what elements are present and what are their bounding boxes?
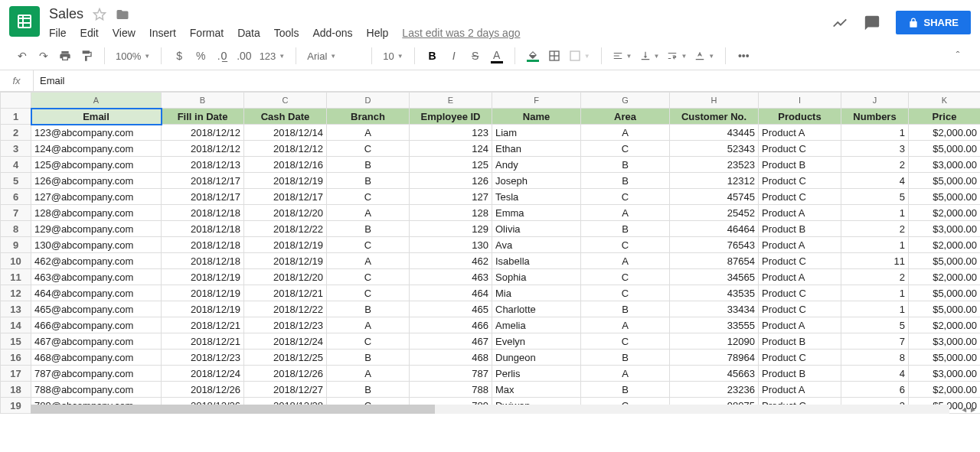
menu-format[interactable]: Format <box>190 27 224 39</box>
cell[interactable]: $5,000.00 <box>909 141 981 157</box>
menu-help[interactable]: Help <box>367 27 389 39</box>
cell[interactable]: B <box>327 382 410 398</box>
cell[interactable]: $2,000.00 <box>909 269 981 285</box>
cell[interactable]: 2018/12/23 <box>162 350 244 366</box>
row-header[interactable]: 12 <box>1 285 31 301</box>
column-header-H[interactable]: H <box>670 93 759 109</box>
header-cell[interactable]: Products <box>759 109 841 125</box>
header-cell[interactable]: Cash Date <box>244 109 327 125</box>
cell[interactable]: 129 <box>410 221 492 237</box>
cell[interactable]: Product A <box>759 205 841 221</box>
cell[interactable]: Andy <box>492 157 581 173</box>
cell[interactable]: 7 <box>841 333 909 350</box>
cell[interactable]: 2018/12/22 <box>244 301 327 317</box>
cell[interactable]: 46464 <box>670 221 759 237</box>
menu-tools[interactable]: Tools <box>274 27 299 39</box>
explore-icon[interactable] <box>831 15 848 31</box>
column-header-A[interactable]: A <box>31 93 162 109</box>
cell[interactable]: 2018/12/16 <box>244 157 327 173</box>
sheet-nav-prev-icon[interactable]: ◄ <box>960 405 968 414</box>
cell[interactable]: A <box>327 125 410 141</box>
cell[interactable]: B <box>581 157 670 173</box>
formula-input[interactable]: Email <box>34 75 980 86</box>
cell[interactable]: B <box>581 173 670 189</box>
cell[interactable]: 6 <box>841 382 909 398</box>
cell[interactable]: 462 <box>410 253 492 269</box>
cell[interactable]: C <box>327 333 410 350</box>
cell[interactable]: B <box>327 173 410 189</box>
cell[interactable]: 128@abcompany.com <box>31 205 162 221</box>
cell[interactable]: A <box>581 253 670 269</box>
cell[interactable]: 127 <box>410 189 492 205</box>
menu-addons[interactable]: Add-ons <box>312 27 352 39</box>
header-cell[interactable]: Email <box>31 109 162 125</box>
sheet-nav-next-icon[interactable]: ► <box>969 405 977 414</box>
cell[interactable]: Product C <box>759 173 841 189</box>
row-header[interactable]: 11 <box>1 269 31 285</box>
menu-data[interactable]: Data <box>237 27 260 39</box>
cell[interactable]: 2018/12/19 <box>244 237 327 253</box>
cell[interactable]: A <box>327 317 410 333</box>
cell[interactable]: 2018/12/20 <box>244 205 327 221</box>
collapse-toolbar-button[interactable]: ˆ <box>951 47 965 65</box>
cell[interactable]: Max <box>492 382 581 398</box>
more-tools-button[interactable]: ••• <box>737 47 750 65</box>
cell[interactable]: Product A <box>759 237 841 253</box>
undo-button[interactable]: ↶ <box>15 47 29 65</box>
cell[interactable]: B <box>581 350 670 366</box>
cell[interactable]: Amelia <box>492 317 581 333</box>
cell[interactable]: 466 <box>410 317 492 333</box>
cell[interactable]: B <box>327 301 410 317</box>
cell[interactable]: 2018/12/19 <box>162 269 244 285</box>
cell[interactable]: 463@abcompany.com <box>31 269 162 285</box>
header-cell[interactable]: Price <box>909 109 981 125</box>
cell[interactable]: 3 <box>841 141 909 157</box>
cell[interactable]: 2018/12/21 <box>162 317 244 333</box>
cell[interactable]: Liam <box>492 125 581 141</box>
zoom-select[interactable]: 100%▼ <box>116 50 150 62</box>
cell[interactable]: Olivia <box>492 221 581 237</box>
column-header-C[interactable]: C <box>244 93 327 109</box>
cell[interactable]: 125@abcompany.com <box>31 157 162 173</box>
font-size-select[interactable]: 10▼ <box>383 50 403 62</box>
currency-button[interactable]: $ <box>172 47 186 65</box>
column-header-E[interactable]: E <box>410 93 492 109</box>
cell[interactable]: C <box>581 189 670 205</box>
cell[interactable]: Sophia <box>492 269 581 285</box>
cell[interactable]: 2 <box>841 221 909 237</box>
text-rotate-button[interactable]: ▼ <box>694 50 714 61</box>
cell[interactable]: 129@abcompany.com <box>31 221 162 237</box>
cell[interactable]: 34565 <box>670 269 759 285</box>
cell[interactable]: $2,000.00 <box>909 237 981 253</box>
cell[interactable]: 1 <box>841 125 909 141</box>
cell[interactable]: 33555 <box>670 317 759 333</box>
cell[interactable]: 468@abcompany.com <box>31 350 162 366</box>
select-all-corner[interactable] <box>1 93 31 109</box>
cell[interactable]: 466@abcompany.com <box>31 317 162 333</box>
cell[interactable]: 128 <box>410 205 492 221</box>
cell[interactable]: Product B <box>759 157 841 173</box>
cell[interactable]: 467 <box>410 333 492 350</box>
h-align-button[interactable]: ▼ <box>612 50 632 61</box>
header-cell[interactable]: Name <box>492 109 581 125</box>
decrease-decimal-button[interactable]: .0̲ <box>215 47 229 65</box>
cell[interactable]: 2018/12/22 <box>244 221 327 237</box>
cell[interactable]: 467@abcompany.com <box>31 333 162 350</box>
doc-title[interactable]: Sales <box>49 6 83 22</box>
row-header[interactable]: 9 <box>1 237 31 253</box>
fx-label[interactable]: fx <box>0 70 34 91</box>
cell[interactable]: 2018/12/17 <box>244 189 327 205</box>
cell[interactable]: 45663 <box>670 366 759 382</box>
cell[interactable]: C <box>581 333 670 350</box>
column-header-I[interactable]: I <box>759 93 841 109</box>
cell[interactable]: A <box>327 205 410 221</box>
cell[interactable]: 2018/12/21 <box>162 333 244 350</box>
row-header[interactable]: 1 <box>1 109 31 125</box>
cell[interactable]: 123@abcompany.com <box>31 125 162 141</box>
cell[interactable]: $5,000.00 <box>909 173 981 189</box>
header-cell[interactable]: Area <box>581 109 670 125</box>
cell[interactable]: A <box>327 366 410 382</box>
cell[interactable]: Product B <box>759 221 841 237</box>
column-header-J[interactable]: J <box>841 93 909 109</box>
sheets-logo[interactable] <box>9 6 40 37</box>
